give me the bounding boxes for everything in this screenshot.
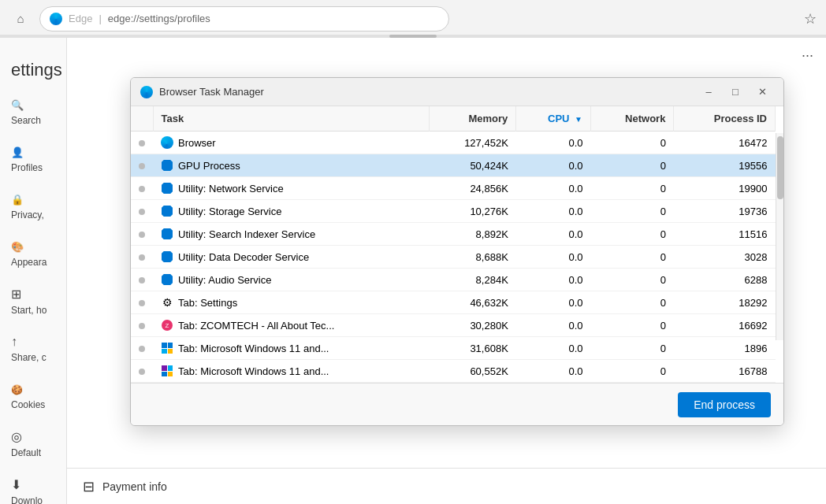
row-dot (131, 132, 153, 154)
address-bar[interactable]: Edge | edge://settings/profiles (39, 6, 449, 32)
row-network: 0 (591, 291, 674, 314)
row-task-name: Utility: Network Service (153, 177, 430, 200)
task-manager-titlebar: Browser Task Manager – □ ✕ (131, 78, 783, 106)
table-row[interactable]: Tab: Microsoft Windows 11 and...60,552K0… (131, 360, 776, 383)
row-cpu: 0.0 (516, 314, 591, 337)
row-cpu: 0.0 (516, 360, 591, 383)
appearance-sidebar-icon (11, 239, 24, 254)
profiles-sidebar-icon (11, 145, 24, 159)
row-memory: 24,856K (430, 177, 516, 200)
settings-title: ettings (0, 46, 66, 88)
row-pid: 11516 (674, 223, 776, 246)
minimize-button[interactable]: – (697, 83, 720, 102)
row-pid: 19900 (674, 177, 776, 200)
sidebar-item-share[interactable]: Share, c (0, 325, 66, 372)
col-memory[interactable]: Memory (430, 106, 516, 132)
col-dot[interactable] (131, 106, 153, 132)
home-button[interactable]: ⌂ (9, 8, 32, 30)
table-row[interactable]: Utility: Storage Service10,276K0.0019736 (131, 200, 776, 223)
col-network[interactable]: Network (591, 106, 674, 132)
row-memory: 46,632K (430, 291, 516, 314)
window-controls: – □ ✕ (697, 83, 774, 102)
table-row[interactable]: ⚙Tab: Settings46,632K0.0018292 (131, 291, 776, 314)
row-dot (131, 177, 153, 200)
row-memory: 60,552K (430, 360, 516, 383)
table-row[interactable]: Utility: Audio Service8,284K0.006288 (131, 269, 776, 291)
browser-topbar: ⌂ Edge | edge://settings/profiles ☆ (0, 0, 826, 38)
row-task-name: Utility: Data Decoder Service (153, 246, 430, 269)
default-sidebar-icon (11, 429, 22, 444)
row-task-name: GPU Process (153, 154, 430, 177)
row-memory: 8,892K (430, 223, 516, 246)
sidebar-item-start[interactable]: Start, ho (0, 277, 66, 325)
task-table: Task Memory CPU ▼ Network Process ID Bro… (131, 106, 776, 383)
row-cpu: 0.0 (516, 154, 591, 177)
favorites-icon[interactable]: ☆ (804, 10, 817, 28)
scroll-thumb[interactable] (777, 136, 783, 199)
sidebar-item-privacy[interactable]: Privacy, (0, 183, 66, 230)
browser-window: ⌂ Edge | edge://settings/profiles ☆ etti… (0, 0, 826, 504)
col-task[interactable]: Task (153, 106, 430, 132)
cookies-sidebar-icon (11, 382, 23, 396)
end-process-button[interactable]: End process (678, 392, 771, 417)
row-task-name: ZTab: ZCOMTECH - All About Tec... (153, 314, 430, 337)
row-dot (131, 360, 153, 383)
row-pid: 19556 (674, 154, 776, 177)
row-cpu: 0.0 (516, 246, 591, 269)
table-row[interactable]: GPU Process50,424K0.0019556 (131, 154, 776, 177)
maximize-button[interactable]: □ (724, 83, 747, 102)
row-network: 0 (591, 177, 674, 200)
row-pid: 16692 (674, 314, 776, 337)
row-pid: 1896 (674, 337, 776, 360)
row-memory: 50,424K (430, 154, 516, 177)
search-sidebar-icon (11, 98, 24, 112)
row-network: 0 (591, 154, 674, 177)
close-button[interactable]: ✕ (750, 83, 774, 102)
sidebar-item-search[interactable]: Search (0, 88, 66, 135)
row-pid: 16472 (674, 132, 776, 154)
task-manager-bottom-bar: End process (131, 383, 783, 425)
row-task-name: Tab: Microsoft Windows 11 and... (153, 337, 430, 360)
col-cpu[interactable]: CPU ▼ (516, 106, 591, 132)
table-scroll-area[interactable]: Task Memory CPU ▼ Network Process ID Bro… (131, 106, 783, 383)
table-row[interactable]: ZTab: ZCOMTECH - All About Tec...30,280K… (131, 314, 776, 337)
tm-title: Browser Task Manager (159, 86, 690, 98)
row-cpu: 0.0 (516, 223, 591, 246)
row-cpu: 0.0 (516, 337, 591, 360)
address-url: edge://settings/profiles (108, 13, 210, 24)
table-row[interactable]: Utility: Network Service24,856K0.0019900 (131, 177, 776, 200)
row-network: 0 (591, 269, 674, 291)
row-dot (131, 269, 153, 291)
row-network: 0 (591, 246, 674, 269)
sidebar-item-downloads[interactable]: Downlo (0, 468, 66, 504)
row-pid: 16788 (674, 360, 776, 383)
sidebar-item-profiles[interactable]: Profiles (0, 135, 66, 183)
downloads-sidebar-icon (11, 477, 21, 492)
row-network: 0 (591, 360, 674, 383)
row-cpu: 0.0 (516, 291, 591, 314)
sidebar-item-default[interactable]: Default (0, 420, 66, 468)
row-pid: 3028 (674, 246, 776, 269)
table-row[interactable]: Utility: Search Indexer Service8,892K0.0… (131, 223, 776, 246)
col-pid[interactable]: Process ID (674, 106, 776, 132)
table-row[interactable]: Utility: Data Decoder Service8,688K0.003… (131, 246, 776, 269)
tm-edge-icon (140, 86, 153, 98)
row-task-name: Tab: Microsoft Windows 11 and... (153, 360, 430, 383)
table-scrollbar[interactable] (776, 133, 783, 340)
sidebar-item-appearance[interactable]: Appeara (0, 230, 66, 277)
table-row[interactable]: Browser127,452K0.0016472 (131, 132, 776, 154)
row-pid: 19736 (674, 200, 776, 223)
start-sidebar-icon (11, 287, 21, 302)
row-task-name: Browser (153, 132, 430, 154)
table-row[interactable]: Tab: Microsoft Windows 11 and...31,608K0… (131, 337, 776, 360)
page-area: ··· ⊟ Payment info Browser Task Manager … (67, 38, 826, 504)
sidebar-item-cookies[interactable]: Cookies (0, 372, 66, 420)
row-memory: 30,280K (430, 314, 516, 337)
task-manager-dialog: Browser Task Manager – □ ✕ (130, 77, 784, 426)
task-table-wrapper: Task Memory CPU ▼ Network Process ID Bro… (131, 106, 783, 383)
row-cpu: 0.0 (516, 177, 591, 200)
row-network: 0 (591, 132, 674, 154)
row-network: 0 (591, 200, 674, 223)
table-header-row: Task Memory CPU ▼ Network Process ID (131, 106, 776, 132)
row-cpu: 0.0 (516, 132, 591, 154)
